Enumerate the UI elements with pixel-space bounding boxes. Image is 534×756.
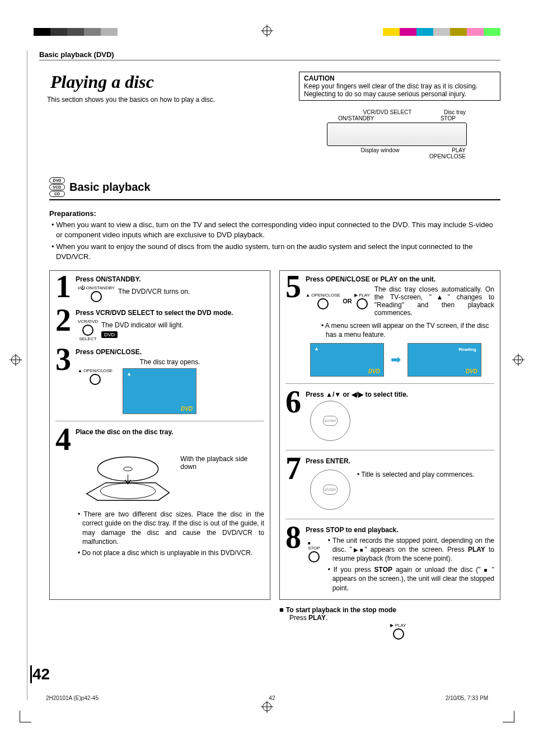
- footer-meta: 2H20101A (E)p42-45 42 2/10/05, 7:33 PM: [46, 695, 488, 701]
- step-head: Press VCR/DVD SELECT to select the DVD m…: [76, 309, 264, 317]
- page-title: Playing a disc: [39, 72, 290, 92]
- badge-vcd: VCD: [49, 184, 65, 190]
- direction-pad-icon: ENTER: [310, 401, 350, 441]
- eject-icon: ▲: [127, 371, 132, 377]
- play-button-icon: [357, 298, 368, 309]
- open-close-button-icon: [317, 298, 329, 309]
- preparation-2: • When you want to enjoy the sound of di…: [49, 242, 500, 261]
- step-head: Press ENTER.: [306, 457, 494, 465]
- step-separator: [285, 450, 494, 450]
- badge-cd: CD: [49, 191, 65, 197]
- step-desc: The DVD/VCR turns on.: [118, 288, 190, 295]
- step-desc: The disc tray opens.: [76, 358, 264, 366]
- steps-column-left: 1 Press ON/STANDBY. I/⏻ ON/STANDBY The D…: [49, 270, 270, 600]
- step-desc: The DVD indicator will light.: [101, 321, 184, 329]
- step-head: Press STOP to end playback.: [306, 526, 494, 534]
- caution-box: CAUTION Keep your fingers well clear of …: [299, 72, 500, 101]
- enter-button-icon: ENTER: [323, 416, 338, 426]
- basic-playback-heading: DVD VCD CD Basic playback: [49, 177, 500, 200]
- step-8: 8 Press STOP to end playback. ■ STOP • T…: [285, 526, 494, 595]
- btn-open-close-label: ▲ OPEN/CLOSE: [78, 368, 113, 373]
- page-title-text: Playing a disc: [50, 72, 154, 92]
- disc-tray-illustration-icon: [76, 438, 175, 505]
- step-number: 4: [55, 428, 72, 560]
- step-desc: • Title is selected and play commences.: [357, 467, 475, 512]
- direction-pad-icon: ENTER: [310, 469, 350, 510]
- tail-line: Press PLAY.: [289, 614, 500, 622]
- start-playback-block: ■To start playback in the stop mode Pres…: [279, 605, 500, 640]
- step-number: 2: [55, 309, 72, 342]
- label-disc-tray: Disc tray: [444, 109, 466, 115]
- tv-screen-reading: Reading DVD: [407, 343, 481, 377]
- badge-dvd: DVD: [49, 177, 65, 184]
- label-open-close: OPEN/CLOSE: [429, 153, 466, 159]
- dvd-logo-text: DVD: [181, 406, 193, 412]
- step-head: Press ON/STANDBY.: [76, 275, 264, 283]
- stop-button-icon: [308, 551, 320, 562]
- play-bold: PLAY: [468, 546, 485, 553]
- label-play: PLAY: [429, 147, 466, 153]
- label-vcrdvd-select: VCR/DVD SELECT: [363, 109, 412, 115]
- btn-stop-label: ■ STOP: [308, 541, 320, 551]
- step8-note-1: • The unit records the stopped point, de…: [326, 536, 494, 564]
- step-number: 6: [285, 391, 302, 443]
- step-head: Press OPEN/CLOSE or PLAY on the unit.: [306, 275, 494, 283]
- dvd-logo-text: DVD: [368, 368, 380, 374]
- step-number: 1: [55, 275, 72, 303]
- caution-title: CAUTION: [304, 74, 495, 82]
- label-stop: STOP: [441, 115, 456, 121]
- tv-screen-eject: ▲ DVD: [123, 368, 196, 414]
- step-2: 2 Press VCR/DVD SELECT to select the DVD…: [55, 309, 264, 342]
- preparations-title: Preparations:: [49, 209, 500, 218]
- step-4: 4 Place the disc on the disc tray.: [55, 428, 264, 560]
- eject-icon: ▲: [314, 346, 319, 351]
- basic-playback-title: Basic playback: [69, 181, 151, 194]
- on-standby-button-icon: [91, 291, 102, 302]
- crop-mark: [20, 711, 31, 722]
- page-number-rule: [30, 665, 32, 683]
- dvd-logo-text: DVD: [466, 368, 477, 374]
- disc-type-badges: DVD VCD CD: [49, 177, 65, 197]
- step-6: 6 Press ▲/▼ or ◀/▶ to select title. ENTE…: [285, 391, 494, 443]
- step-head: Press OPEN/CLOSE.: [76, 348, 264, 356]
- stop-bold: STOP: [374, 566, 392, 574]
- step-1: 1 Press ON/STANDBY. I/⏻ ON/STANDBY The D…: [55, 275, 264, 303]
- step-5: 5 Press OPEN/CLOSE or PLAY on the unit. …: [285, 275, 494, 376]
- step-head: Press ▲/▼ or ◀/▶ to select title.: [306, 391, 494, 398]
- registration-mark-icon: [263, 26, 271, 35]
- btn-vcrdvd-bottom-label: SELECT: [79, 336, 96, 341]
- arrow-right-icon: ➡: [391, 353, 401, 367]
- step-number: 8: [285, 526, 302, 595]
- step4-note-1: • There are two different disc sizes. Pl…: [76, 510, 264, 546]
- preparation-1: • When you want to view a disc, turn on …: [49, 220, 500, 240]
- btn-vcrdvd-top-label: VCR/DVD: [78, 319, 98, 324]
- play-button-icon: [393, 628, 404, 640]
- step-7: 7 Press ENTER. ENTER • Title is selected…: [285, 457, 494, 512]
- step8-note-2: • If you press STOP again or unload the …: [326, 565, 494, 593]
- registration-mark-icon: [263, 702, 271, 711]
- or-label: OR: [343, 298, 352, 304]
- tv-screen-eject-2: ▲ DVD: [310, 343, 384, 377]
- stop-icon: ■: [484, 567, 489, 573]
- dvd-indicator-chip: DVD: [101, 331, 118, 338]
- playback-side-caption: With the playback side down: [180, 438, 264, 505]
- running-header: Basic playback (DVD): [39, 50, 500, 60]
- device-front-diagram: x VCR/DVD SELECT Disc tray ON/STANDBY ST…: [327, 109, 467, 159]
- open-close-button-icon: [90, 374, 101, 385]
- enter-button-icon: ENTER: [323, 485, 338, 495]
- margin-rule: [27, 50, 27, 700]
- step4-note-2: • Do not place a disc which is unplayabl…: [76, 548, 264, 557]
- page-number: 42: [32, 665, 50, 683]
- footer-center: 42: [269, 695, 275, 701]
- steps-column-right: 5 Press OPEN/CLOSE or PLAY on the unit. …: [279, 270, 500, 600]
- reading-label: Reading: [458, 347, 476, 352]
- caution-body: Keep your fingers well clear of the disc…: [304, 82, 477, 98]
- step5-menu-note: • A menu screen will appear on the TV sc…: [319, 321, 494, 339]
- registration-mark-icon: [514, 355, 523, 364]
- step-number: 3: [55, 348, 72, 414]
- step-separator: [285, 519, 494, 519]
- play-stop-icon: ▶■: [352, 547, 365, 553]
- step-desc: The disc tray closes automatically. On t…: [374, 285, 494, 317]
- step-separator: [285, 383, 494, 384]
- label-on-standby: ON/STANDBY: [338, 115, 374, 121]
